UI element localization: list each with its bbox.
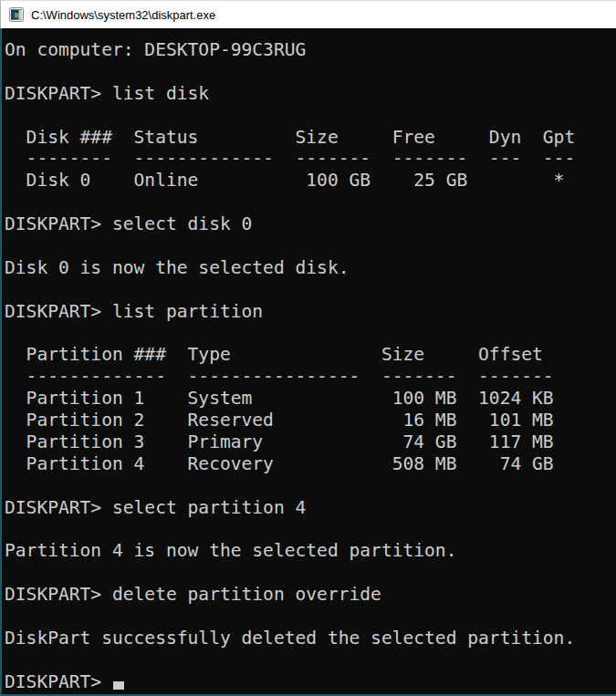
terminal-line: [5, 279, 616, 301]
terminal-line: -------- ------------- ------- ------- -…: [5, 148, 616, 170]
terminal-line: Partition 2 Reserved 16 MB 101 MB: [5, 410, 616, 431]
terminal-line: Disk 0 Online 100 GB 25 GB *: [5, 170, 616, 192]
console-window-icon[interactable]: [9, 7, 24, 22]
terminal-line: [5, 649, 616, 671]
terminal-line: Partition 4 Recovery 508 MB 74 GB: [5, 453, 616, 475]
terminal-line: On computer: DESKTOP-99C3RUG: [5, 39, 616, 61]
terminal-line: DISKPART> list partition: [5, 301, 616, 323]
terminal[interactable]: On computer: DESKTOP-99C3RUGDISKPART> li…: [0, 28, 616, 696]
terminal-line: [5, 606, 616, 628]
terminal-line: [5, 105, 616, 127]
diskpart-window: C:\Windows\system32\diskpart.exe On comp…: [0, 0, 616, 696]
terminal-line: Partition ### Type Size Offset: [5, 344, 616, 366]
terminal-line: DISKPART> list disk: [5, 83, 616, 105]
terminal-output: On computer: DESKTOP-99C3RUGDISKPART> li…: [5, 39, 616, 693]
terminal-line: [5, 323, 616, 345]
terminal-line: Partition 4 is now the selected partitio…: [5, 540, 616, 562]
terminal-line: Partition 3 Primary 74 GB 117 MB: [5, 431, 616, 453]
window-title: C:\Windows\system32\diskpart.exe: [31, 8, 215, 22]
terminal-line: Disk 0 is now the selected disk.: [5, 257, 616, 279]
terminal-line: [5, 562, 616, 584]
title-bar[interactable]: C:\Windows\system32\diskpart.exe: [0, 0, 616, 28]
terminal-line: ------------- ---------------- ------- -…: [5, 366, 616, 388]
terminal-line: [5, 519, 616, 541]
terminal-line: [5, 61, 616, 83]
terminal-line: Disk ### Status Size Free Dyn Gpt: [5, 127, 616, 149]
terminal-line: DISKPART> select partition 4: [5, 497, 616, 519]
terminal-line: [5, 475, 616, 497]
terminal-line: DISKPART>: [5, 671, 616, 693]
terminal-line: Partition 1 System 100 MB 1024 KB: [5, 388, 616, 410]
terminal-line: DiskPart successfully deleted the select…: [5, 628, 616, 649]
terminal-line: DISKPART> delete partition override: [5, 584, 616, 606]
terminal-line: [5, 235, 616, 257]
terminal-line: DISKPART> select disk 0: [5, 213, 616, 235]
text-cursor: [113, 681, 124, 690]
terminal-line: [5, 192, 616, 213]
